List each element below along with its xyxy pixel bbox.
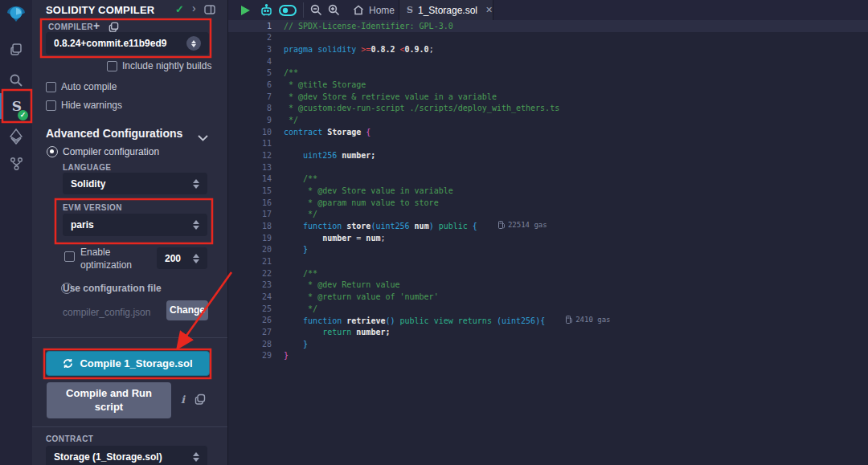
remix-logo-icon[interactable] xyxy=(0,3,32,27)
tab-storage-sol[interactable]: S 1_Storage.sol ✕ xyxy=(399,0,493,20)
code-line[interactable]: 14 /** xyxy=(228,173,868,186)
file-explorer-icon[interactable] xyxy=(0,37,32,63)
code-line[interactable]: 24 * @return value of 'number' xyxy=(228,291,868,303)
code-line[interactable]: 22 /** xyxy=(228,267,868,279)
line-number: 4 xyxy=(228,57,272,66)
code-line[interactable]: 6 * @title Storage xyxy=(228,79,868,91)
search-icon[interactable] xyxy=(0,67,32,93)
enable-optimization-checkbox[interactable] xyxy=(64,251,75,262)
compile-button[interactable]: Compile 1_Storage.sol xyxy=(46,351,210,376)
compiler-version-select[interactable]: 0.8.24+commit.e11b9ed9 xyxy=(46,32,209,55)
code-line[interactable]: 27 return number; xyxy=(228,326,868,338)
code-line[interactable]: 12 uint256 number; xyxy=(228,149,868,161)
advanced-configurations-title[interactable]: Advanced Configurations xyxy=(46,127,182,140)
toggle-icon[interactable] xyxy=(277,0,298,20)
optimization-runs-input[interactable]: 200 xyxy=(157,247,207,269)
line-number: 23 xyxy=(228,280,272,289)
line-number: 29 xyxy=(228,351,272,360)
code-line[interactable]: 7 * @dev Store & retrieve value in a var… xyxy=(228,91,868,103)
compile-and-run-label: Compile and Run script xyxy=(58,387,160,414)
deploy-run-icon[interactable] xyxy=(0,124,32,149)
code-line[interactable]: 2 xyxy=(228,32,868,44)
code-line[interactable]: 26 function retrieve() public view retur… xyxy=(228,314,868,326)
compile-and-run-button[interactable]: Compile and Run script xyxy=(47,382,171,418)
language-select[interactable]: Solidity xyxy=(63,173,207,194)
code-line[interactable]: 10contract Storage { xyxy=(228,126,868,138)
line-number: 10 xyxy=(228,128,272,137)
line-number: 8 xyxy=(228,104,272,112)
line-number: 20 xyxy=(228,245,272,254)
zoom-in-icon[interactable] xyxy=(326,0,342,20)
nightly-builds-label: Include nightly builds xyxy=(122,60,211,71)
add-compiler-icon[interactable]: + xyxy=(93,19,100,32)
line-number: 6 xyxy=(228,80,272,89)
code-lines[interactable]: 1// SPDX-License-Identifier: GPL-3.023pr… xyxy=(228,20,868,361)
code-line[interactable]: 28 } xyxy=(228,338,868,350)
zoom-out-icon[interactable] xyxy=(308,0,324,20)
code-line[interactable]: 21 xyxy=(228,255,868,267)
config-file-name[interactable]: compiler_config.json xyxy=(63,307,150,318)
copy-script-icon[interactable] xyxy=(194,394,206,408)
code-line[interactable]: 23 * @dev Return value xyxy=(228,279,868,291)
git-icon[interactable] xyxy=(0,151,32,177)
language-value: Solidity xyxy=(71,178,193,190)
code-line[interactable]: 5/** xyxy=(228,67,868,80)
solidity-compiler-icon[interactable]: S ✓ xyxy=(0,93,32,119)
refresh-icon xyxy=(63,358,73,369)
vertical-icon-panel: S ✓ xyxy=(0,0,32,465)
code-line[interactable]: 9 */ xyxy=(228,114,868,126)
version-stepper-icon[interactable] xyxy=(186,36,201,51)
contract-select[interactable]: Storage (1_Storage.sol) xyxy=(46,446,207,465)
code-line[interactable]: 19 number = num; xyxy=(228,232,868,244)
code-line[interactable]: 1// SPDX-License-Identifier: GPL-3.0 xyxy=(228,20,868,32)
chevron-down-icon[interactable] xyxy=(198,130,208,145)
code-line[interactable]: 11 xyxy=(228,138,868,150)
panel-layout-icon[interactable] xyxy=(204,5,215,17)
evm-version-select[interactable]: paris xyxy=(63,214,207,236)
gas-estimate: 2410 gas xyxy=(566,316,610,324)
line-number: 24 xyxy=(228,292,272,301)
gas-pump-icon xyxy=(566,316,572,324)
home-icon xyxy=(353,5,364,15)
info-icon[interactable]: i xyxy=(181,394,185,406)
line-number: 2 xyxy=(228,33,272,42)
code-line[interactable]: 16 * @param num value to store xyxy=(228,197,868,209)
code-line[interactable]: 18 function store(uint256 num) public {2… xyxy=(228,220,868,232)
line-number: 14 xyxy=(228,174,272,183)
close-icon[interactable]: ✕ xyxy=(485,5,493,15)
code-line[interactable]: 4 xyxy=(228,55,868,67)
compiled-check-badge: ✓ xyxy=(18,110,28,120)
contract-stepper-icon xyxy=(193,452,199,462)
code-line[interactable]: 8 * @custom:dev-run-script ./scripts/dep… xyxy=(228,103,868,115)
language-label: LANGUAGE xyxy=(63,163,111,172)
panel-title: SOLIDITY COMPILER xyxy=(46,4,154,16)
code-line[interactable]: 3pragma solidity >=0.8.2 <0.9.0; xyxy=(228,43,868,55)
contract-section-label: CONTRACT xyxy=(46,434,93,443)
line-number: 15 xyxy=(228,186,272,195)
play-icon[interactable] xyxy=(238,0,252,20)
code-line[interactable]: 29} xyxy=(228,349,868,361)
hide-warnings-checkbox[interactable] xyxy=(46,100,56,111)
gas-pump-icon xyxy=(498,221,505,229)
line-number: 25 xyxy=(228,304,272,313)
auto-compile-checkbox[interactable] xyxy=(46,82,56,92)
nightly-builds-checkbox[interactable] xyxy=(107,61,117,71)
line-number: 27 xyxy=(228,328,272,337)
compiler-configuration-radio[interactable] xyxy=(47,146,58,157)
code-line[interactable]: 25 */ xyxy=(228,303,868,315)
solidity-file-icon: S xyxy=(407,5,413,15)
code-line[interactable]: 15 * @dev Store value in variable xyxy=(228,185,868,197)
code-line[interactable]: 17 */ xyxy=(228,209,868,221)
chevron-right-icon[interactable]: › xyxy=(192,2,196,14)
line-number: 26 xyxy=(228,316,272,324)
enable-optimization-label: Enable optimization xyxy=(80,247,154,271)
change-config-button[interactable]: Change xyxy=(166,300,208,320)
line-number: 21 xyxy=(228,257,272,266)
tab-home[interactable]: Home xyxy=(346,0,402,20)
compile-button-label: Compile 1_Storage.sol xyxy=(80,357,192,369)
line-number: 11 xyxy=(228,139,272,148)
ai-robot-icon[interactable] xyxy=(257,0,275,20)
code-line[interactable]: 20 } xyxy=(228,243,868,255)
code-line[interactable]: 13 xyxy=(228,161,868,173)
hide-warnings-label: Hide warnings xyxy=(61,100,122,111)
